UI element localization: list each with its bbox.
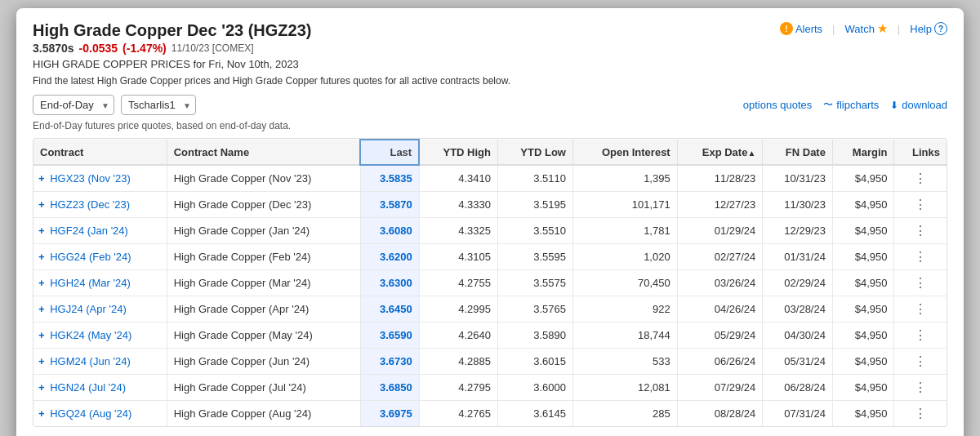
expand-icon[interactable]: + [38,251,45,263]
help-button[interactable]: Help ? [910,22,947,35]
cell-name: High Grade Copper (Feb '24) [167,244,360,270]
cell-links[interactable]: ⋮ [894,296,947,323]
cell-exp-date: 03/26/24 [677,270,763,296]
description: Find the latest High Grade Copper prices… [33,75,947,87]
expand-icon[interactable]: + [38,407,45,420]
alerts-button[interactable]: ! Alerts [780,22,822,35]
links-menu-icon[interactable]: ⋮ [914,302,927,316]
cell-contract: + HGZ23 (Dec '23) [33,192,167,218]
col-margin[interactable]: Margin [832,140,894,165]
alerts-icon: ! [780,22,793,35]
links-menu-icon[interactable]: ⋮ [914,407,927,420]
contract-link[interactable]: HGQ24 (Aug '24) [50,407,131,420]
cell-fn-date: 06/28/24 [763,375,833,401]
table-row: + HGX23 (Nov '23) High Grade Copper (Nov… [33,165,947,192]
contract-link[interactable]: HGM24 (Jun '24) [50,355,131,367]
price-row: 3.5870s -0.0535 (-1.47%) 11/10/23 [COMEX… [33,42,947,55]
price-current: 3.5870s [33,42,74,55]
col-contract[interactable]: Contract [33,140,167,165]
col-open-interest[interactable]: Open Interest [572,140,677,165]
expand-icon[interactable]: + [38,381,45,394]
contract-link[interactable]: HGN24 (Jul '24) [50,381,126,394]
links-menu-icon[interactable]: ⋮ [914,171,927,185]
cell-name: High Grade Copper (Jun '24) [167,349,360,375]
cell-ytd-high: 4.3325 [419,218,497,244]
links-menu-icon[interactable]: ⋮ [914,250,927,264]
cell-last: 3.6080 [360,218,419,244]
options-quotes-button[interactable]: options quotes [743,99,813,111]
contract-link[interactable]: HGH24 (Mar '24) [50,277,131,289]
cell-contract: + HGK24 (May '24) [33,323,167,349]
links-menu-icon[interactable]: ⋮ [914,198,927,211]
cell-fn-date: 02/29/24 [763,270,833,296]
futures-table: Contract Contract Name Last YTD High YTD… [33,139,947,426]
cell-ytd-low: 3.5110 [497,165,572,192]
cell-links[interactable]: ⋮ [894,323,947,349]
table-row: + HGN24 (Jul '24) High Grade Copper (Jul… [33,375,947,401]
cell-links[interactable]: ⋮ [894,218,947,244]
cell-open-interest: 1,395 [572,165,677,192]
expand-icon[interactable]: + [38,198,45,211]
contract-link[interactable]: HGG24 (Feb '24) [50,251,131,263]
eod-dropdown[interactable]: End-of-Day [33,95,114,115]
col-contract-name[interactable]: Contract Name [167,140,360,165]
cell-ytd-low: 3.5890 [497,323,572,349]
links-menu-icon[interactable]: ⋮ [914,276,927,290]
col-last[interactable]: Last [360,140,419,165]
cell-ytd-low: 3.6015 [497,349,572,375]
cell-open-interest: 70,450 [572,270,677,296]
expand-icon[interactable]: + [38,172,45,185]
cell-ytd-high: 4.2765 [419,401,497,427]
watch-button[interactable]: Watch ★ [845,21,888,36]
cell-exp-date: 12/27/23 [677,192,763,218]
table-row: + HGM24 (Jun '24) High Grade Copper (Jun… [33,349,947,375]
col-ytd-high[interactable]: YTD High [419,140,497,165]
price-change-pct: (-1.47%) [122,42,167,55]
expand-icon[interactable]: + [38,225,45,237]
expand-icon[interactable]: + [38,329,45,341]
cell-open-interest: 101,171 [572,192,677,218]
col-ytd-low[interactable]: YTD Low [497,140,572,165]
cell-margin: $4,950 [832,218,894,244]
toolbar: End-of-Day Tscharlis1 options quotes 〜 f… [33,95,947,115]
links-menu-icon[interactable]: ⋮ [914,354,927,368]
contract-link[interactable]: HGX23 (Nov '23) [50,172,131,185]
expand-icon[interactable]: + [38,303,45,315]
contract-link[interactable]: HGK24 (May '24) [50,329,131,341]
col-exp-date[interactable]: Exp Date▲ [677,140,763,165]
cell-ytd-high: 4.3330 [419,192,497,218]
cell-links[interactable]: ⋮ [894,192,947,218]
contract-link[interactable]: HGZ23 (Dec '23) [50,198,130,211]
table-row: + HGQ24 (Aug '24) High Grade Copper (Aug… [33,401,947,427]
cell-fn-date: 01/31/24 [763,244,833,270]
contract-link[interactable]: HGJ24 (Apr '24) [50,303,127,315]
cell-name: High Grade Copper (Aug '24) [167,401,360,427]
cell-links[interactable]: ⋮ [894,349,947,375]
cell-links[interactable]: ⋮ [894,401,947,427]
download-button[interactable]: ⬇ download [890,99,947,111]
star-icon: ★ [877,21,888,36]
cell-links[interactable]: ⋮ [894,165,947,192]
cell-links[interactable]: ⋮ [894,375,947,401]
expand-icon[interactable]: + [38,355,45,367]
price-date: 11/10/23 [COMEX] [172,42,254,54]
links-menu-icon[interactable]: ⋮ [914,224,927,238]
cell-open-interest: 285 [572,401,677,427]
cell-margin: $4,950 [832,244,894,270]
cell-links[interactable]: ⋮ [894,270,947,296]
user-dropdown[interactable]: Tscharlis1 [121,95,196,115]
cell-links[interactable]: ⋮ [894,244,947,270]
help-icon: ? [934,22,947,35]
subtitle: HIGH GRADE COPPER PRICES for Fri, Nov 10… [33,58,947,70]
col-fn-date[interactable]: FN Date [763,140,833,165]
futures-table-wrapper: Contract Contract Name Last YTD High YTD… [33,138,947,427]
cell-last: 3.6300 [360,270,419,296]
cell-margin: $4,950 [832,401,894,427]
links-menu-icon[interactable]: ⋮ [914,380,927,394]
contract-link[interactable]: HGF24 (Jan '24) [50,225,128,237]
cell-margin: $4,950 [832,192,894,218]
subtitle-label: HIGH GRADE COPPER PRICES [33,58,190,70]
links-menu-icon[interactable]: ⋮ [914,328,927,342]
flipcharts-button[interactable]: 〜 flipcharts [823,98,879,112]
expand-icon[interactable]: + [38,277,45,289]
